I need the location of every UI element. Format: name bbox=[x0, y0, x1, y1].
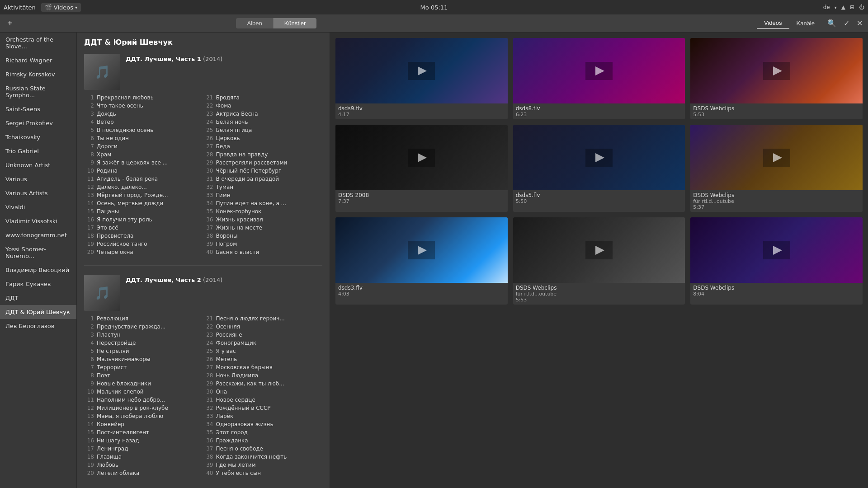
sidebar-item-vladimir[interactable]: Vladimir Vissotski bbox=[0, 214, 76, 228]
language-indicator[interactable]: de bbox=[823, 4, 830, 10]
track-item[interactable]: 30Чёрный пёс Петербург bbox=[203, 167, 323, 175]
track-item[interactable]: 37Песня о свободе bbox=[203, 445, 323, 453]
track-item[interactable]: 8Храм bbox=[84, 150, 203, 159]
track-item[interactable]: 32Рождённый в СССР bbox=[203, 404, 323, 412]
track-item[interactable]: 36Гражданка bbox=[203, 436, 323, 445]
sidebar-item-russian[interactable]: Russian State Sympho... bbox=[0, 81, 76, 102]
track-item[interactable]: 39Погром bbox=[203, 240, 323, 248]
sidebar-item-wagner[interactable]: Richard Wagner bbox=[0, 53, 76, 67]
track-item[interactable]: 1Революция bbox=[84, 314, 203, 323]
track-item[interactable]: 18Глазища bbox=[84, 453, 203, 461]
track-item[interactable]: 33Ларёк bbox=[203, 412, 323, 420]
track-item[interactable]: 31Новое сердце bbox=[203, 396, 323, 404]
track-item[interactable]: 35Этот город bbox=[203, 428, 323, 436]
track-item[interactable]: 4Ветер bbox=[84, 118, 203, 126]
track-item[interactable]: 34Путин едет на коне, а ... bbox=[203, 199, 323, 207]
track-item[interactable]: 1Прекрасная любовь bbox=[84, 94, 203, 102]
sidebar-item-yossi[interactable]: Yossi Shomer-Nuremb... bbox=[0, 242, 76, 263]
track-item[interactable]: 12Милиционер в рок-клубе bbox=[84, 404, 203, 412]
sidebar-item-trio[interactable]: Trio Gabriel bbox=[0, 144, 76, 158]
track-item[interactable]: 17Это всё bbox=[84, 224, 203, 232]
track-item[interactable]: 13Мёртвый город. Рожде... bbox=[84, 191, 203, 199]
sidebar-item-saintsaens[interactable]: Saint-Saens bbox=[0, 102, 76, 116]
track-item[interactable]: 34Одноразовая жизнь bbox=[203, 420, 323, 428]
track-item[interactable]: 22Осенняя bbox=[203, 323, 323, 331]
track-item[interactable]: 20Летели облака bbox=[84, 469, 203, 477]
sidebar-item-various-artists[interactable]: Various Artists bbox=[0, 186, 76, 200]
tab-kanale[interactable]: Kanäle bbox=[789, 18, 822, 29]
track-item[interactable]: 10Мальчик-слепой bbox=[84, 388, 203, 396]
track-item[interactable]: 23Актриса Весна bbox=[203, 110, 323, 118]
track-item[interactable]: 31В очереди за правдой bbox=[203, 175, 323, 183]
track-item[interactable]: 38Вороны bbox=[203, 232, 323, 240]
tab-kunstler[interactable]: Künstler bbox=[274, 18, 317, 28]
track-item[interactable]: 27Беда bbox=[203, 142, 323, 150]
sidebar-item-vysotsky[interactable]: Владимир Высоцкий bbox=[0, 263, 76, 277]
track-item[interactable]: 21Песня о людях героич... bbox=[203, 314, 323, 323]
track-item[interactable]: 40Басня о власти bbox=[203, 248, 323, 256]
sidebar-item-various[interactable]: Various bbox=[0, 172, 76, 186]
track-item[interactable]: 36Жизнь красивая bbox=[203, 216, 323, 224]
track-item[interactable]: 16Я получил эту роль bbox=[84, 216, 203, 224]
track-item[interactable]: 19Российское танго bbox=[84, 240, 203, 248]
track-item[interactable]: 25Я у вас bbox=[203, 347, 323, 355]
track-item[interactable]: 28Правда на правду bbox=[203, 150, 323, 159]
sidebar-item-unknown[interactable]: Unknown Artist bbox=[0, 158, 76, 172]
sidebar-item-prokofiev[interactable]: Sergei Prokofiev bbox=[0, 116, 76, 130]
video-card-2[interactable]: dsds8.flv 6:23 bbox=[513, 38, 685, 119]
search-button[interactable]: 🔍 bbox=[826, 17, 838, 29]
track-item[interactable]: 24Белая ночь bbox=[203, 118, 323, 126]
track-item[interactable]: 37Жизнь на месте bbox=[203, 224, 323, 232]
video-card-4[interactable]: DSDS 2008 7:37 bbox=[335, 125, 508, 212]
video-card-3[interactable]: DSDS Webclips 5:53 bbox=[690, 38, 863, 119]
video-card-9[interactable]: DSDS Webclips 8:04 bbox=[690, 217, 863, 305]
videos-menu-button[interactable]: 🎬 Videos ▾ bbox=[41, 3, 81, 12]
video-card-5[interactable]: dsds5.flv 5:50 bbox=[513, 125, 685, 212]
close-button[interactable]: ✕ bbox=[855, 17, 864, 29]
track-item[interactable]: 7Террорист bbox=[84, 363, 203, 371]
track-item[interactable]: 15Пост-интеллигент bbox=[84, 428, 203, 436]
sidebar-item-orchestra[interactable]: Orchestra of the Slove... bbox=[0, 33, 76, 53]
track-item[interactable]: 22Фома bbox=[203, 102, 323, 110]
video-card-1[interactable]: dsds9.flv 4:17 bbox=[335, 38, 508, 119]
track-item[interactable]: 12Далеко, далеко... bbox=[84, 183, 203, 191]
track-item[interactable]: 29Расскажи, как ты люб... bbox=[203, 380, 323, 388]
track-item[interactable]: 35Конёк-горбунок bbox=[203, 207, 323, 216]
sidebar-item-ddt-shevchuk[interactable]: ДДТ & Юрий Шевчук bbox=[0, 305, 76, 319]
track-item[interactable]: 26Метель bbox=[203, 355, 323, 363]
track-item[interactable]: 25Белая птица bbox=[203, 126, 323, 134]
track-item[interactable]: 14Осень, мертвые дожди bbox=[84, 199, 203, 207]
track-item[interactable]: 20Четыре окна bbox=[84, 248, 203, 256]
track-item[interactable]: 30Она bbox=[203, 388, 323, 396]
track-item[interactable]: 40У тебя есть сын bbox=[203, 469, 323, 477]
track-item[interactable]: 10Родина bbox=[84, 167, 203, 175]
track-item[interactable]: 39Где мы летим bbox=[203, 461, 323, 469]
track-item[interactable]: 6Мальчики-мажоры bbox=[84, 355, 203, 363]
video-card-6[interactable]: DSDS Webclips für rtl.d...outube 5:37 bbox=[690, 125, 863, 212]
track-item[interactable]: 11Агидель - белая река bbox=[84, 175, 203, 183]
track-item[interactable]: 3Пластун bbox=[84, 331, 203, 339]
sidebar-item-garik[interactable]: Гарик Сукачев bbox=[0, 277, 76, 291]
track-item[interactable]: 15Пацаны bbox=[84, 207, 203, 216]
track-item[interactable]: 24Фонограмщик bbox=[203, 339, 323, 347]
track-item[interactable]: 2Что такое осень bbox=[84, 102, 203, 110]
tab-alben[interactable]: Alben bbox=[236, 18, 273, 28]
add-button[interactable]: + bbox=[4, 17, 16, 29]
track-item[interactable]: 3Дождь bbox=[84, 110, 203, 118]
track-item[interactable]: 27Московская барыня bbox=[203, 363, 323, 371]
track-item[interactable]: 23Россияне bbox=[203, 331, 323, 339]
track-item[interactable]: 13Мама, я любера люблю bbox=[84, 412, 203, 420]
track-item[interactable]: 11Наполним небо добро... bbox=[84, 396, 203, 404]
track-item[interactable]: 14Конвейер bbox=[84, 420, 203, 428]
track-item[interactable]: 8Поэт bbox=[84, 371, 203, 380]
video-card-7[interactable]: dsds3.flv 4:03 bbox=[335, 217, 508, 305]
track-item[interactable]: 21Бродяга bbox=[203, 94, 323, 102]
sidebar-item-lev[interactable]: Лев Белоглазов bbox=[0, 319, 76, 333]
track-item[interactable]: 33Гимн bbox=[203, 191, 323, 199]
track-item[interactable]: 38Когда закончится нефть bbox=[203, 453, 323, 461]
activities-button[interactable]: Aktivitäten bbox=[4, 4, 36, 11]
track-item[interactable]: 32Туман bbox=[203, 183, 323, 191]
video-card-8[interactable]: DSDS Webclips für rtl.d...outube 5:53 bbox=[513, 217, 685, 305]
track-item[interactable]: 2Предчувствие гражда... bbox=[84, 323, 203, 331]
check-button[interactable]: ✓ bbox=[842, 17, 851, 29]
